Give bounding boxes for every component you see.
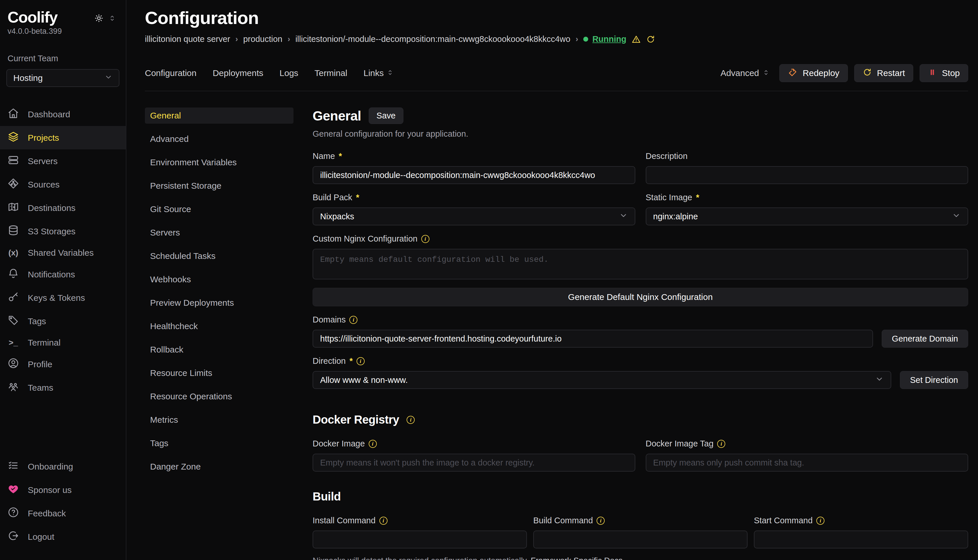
advanced-dropdown[interactable]: Advanced [721,68,769,78]
build-command-input[interactable] [533,530,747,548]
description-input[interactable] [646,166,968,184]
generate-domain-button[interactable]: Generate Domain [882,330,968,348]
layers-icon [8,131,19,145]
sidebar-item-label: Notifications [28,270,75,279]
docker-image-input[interactable] [313,454,635,472]
sidebar-item-onboarding[interactable]: Onboarding [0,455,126,478]
docker-image-tag-input[interactable] [646,454,968,472]
breadcrumb-environment[interactable]: production [243,34,282,44]
build-command-label: Build Command i [533,516,747,525]
sidebar-item-dashboard[interactable]: Dashboard [0,103,126,126]
tab-terminal[interactable]: Terminal [314,68,347,78]
static-image-select[interactable]: nginx:alpine [646,207,968,225]
docker-registry-heading: Docker Registry [313,413,399,426]
sidebar-item-label: Profile [28,360,52,369]
name-input[interactable] [313,166,635,184]
sidebar-item-keys-tokens[interactable]: Keys & Tokens [0,286,126,310]
custom-nginx-textarea[interactable] [313,249,968,279]
domains-input[interactable] [313,330,873,348]
info-icon: i [717,440,725,448]
install-command-input[interactable] [313,530,527,548]
sidebar-item-servers[interactable]: Servers [0,149,126,173]
subnav-advanced[interactable]: Advanced [145,131,294,147]
sidebar-item-sponsor-us[interactable]: Sponsor us [0,478,126,502]
subnav-environment-variables[interactable]: Environment Variables [145,154,294,170]
settings-subnav: General Advanced Environment Variables P… [145,107,294,560]
breadcrumb-separator: › [575,35,578,43]
subnav-danger-zone[interactable]: Danger Zone [145,458,294,475]
theme-sun-icon[interactable] [94,13,104,23]
subnav-resource-operations[interactable]: Resource Operations [145,388,294,405]
sidebar-item-label: Onboarding [28,462,73,472]
sidebar-item-sources[interactable]: Sources [0,173,126,196]
domains-label: Domains i [313,315,968,325]
team-select[interactable]: Hosting [7,69,119,87]
sidebar-item-shared-variables[interactable]: (x) Shared Variables [0,243,126,263]
subnav-git-source[interactable]: Git Source [145,201,294,217]
sidebar-item-label: Terminal [28,338,60,348]
breadcrumb-project[interactable]: illicitonion quote server [145,34,230,44]
tab-deployments[interactable]: Deployments [212,68,263,78]
tab-configuration[interactable]: Configuration [145,68,196,78]
sidebar-item-tags[interactable]: Tags [0,310,126,333]
sidebar-item-s3-storages[interactable]: S3 Storages [0,220,126,243]
redeploy-button[interactable]: Redeploy [779,64,848,82]
sidebar-item-teams[interactable]: Teams [0,376,126,399]
sidebar-item-label: Feedback [28,508,66,518]
subnav-preview-deployments[interactable]: Preview Deployments [145,295,294,311]
subnav-rollback[interactable]: Rollback [145,342,294,358]
home-icon [8,107,19,121]
subnav-webhooks[interactable]: Webhooks [145,271,294,288]
save-button[interactable]: Save [369,107,403,124]
tab-links[interactable]: Links [363,68,394,78]
restart-button[interactable]: Restart [854,64,913,82]
direction-value: Allow www & non-www. [320,375,408,385]
refresh-icon[interactable] [646,35,655,44]
status-running-link[interactable]: Running [592,34,626,44]
build-heading: Build [313,490,341,503]
breadcrumb-resource[interactable]: illicitestonion/-module--decomposition:m… [295,34,570,44]
subnav-metrics[interactable]: Metrics [145,412,294,428]
sidebar-item-label: Keys & Tokens [28,293,85,303]
sidebar-item-projects[interactable]: Projects [0,126,126,149]
theme-switcher-chevrons[interactable] [109,15,116,22]
variables-icon: (x) [8,248,19,257]
app-version: v4.0.0-beta.399 [0,26,126,36]
tab-logs[interactable]: Logs [280,68,298,78]
sidebar-item-feedback[interactable]: Feedback [0,502,126,525]
sidebar-nav: Dashboard Projects Servers Sources Desti… [0,103,126,399]
subnav-healthcheck[interactable]: Healthcheck [145,318,294,334]
sidebar-item-notifications[interactable]: Notifications [0,263,126,286]
chevron-down-icon [104,73,112,83]
current-team-label: Current Team [0,36,126,63]
info-icon: i [406,416,415,424]
users-icon [8,381,19,395]
subnav-persistent-storage[interactable]: Persistent Storage [145,178,294,194]
sidebar-item-label: Sources [28,180,60,190]
subnav-resource-limits[interactable]: Resource Limits [145,365,294,381]
stop-icon [928,68,937,78]
info-icon: i [369,440,377,448]
subnav-servers[interactable]: Servers [145,225,294,241]
sidebar-item-profile[interactable]: Profile [0,353,126,376]
subnav-general[interactable]: General [145,107,294,124]
subnav-scheduled-tasks[interactable]: Scheduled Tasks [145,248,294,264]
set-direction-button[interactable]: Set Direction [900,371,968,389]
direction-select[interactable]: Allow www & non-www. [313,371,891,389]
stop-button[interactable]: Stop [919,64,968,82]
generate-nginx-button[interactable]: Generate Default Nginx Configuration [313,288,968,306]
build-pack-select[interactable]: Nixpacks [313,207,635,225]
sidebar-item-destinations[interactable]: Destinations [0,196,126,220]
user-circle-icon [8,357,19,371]
sidebar-item-terminal[interactable]: >_ Terminal [0,333,126,353]
sidebar-item-logout[interactable]: Logout [0,525,126,548]
stop-label: Stop [942,68,960,78]
warning-icon[interactable] [632,35,641,44]
info-icon: i [349,316,358,324]
coolify-app: Coolify v4.0.0-beta.399 Current Team Hos… [0,0,978,560]
server-icon [8,154,19,168]
framework-docs-link[interactable]: Framework Specific Docs [531,556,622,560]
subnav-tags[interactable]: Tags [145,435,294,452]
info-icon: i [356,357,364,365]
start-command-input[interactable] [754,530,968,548]
